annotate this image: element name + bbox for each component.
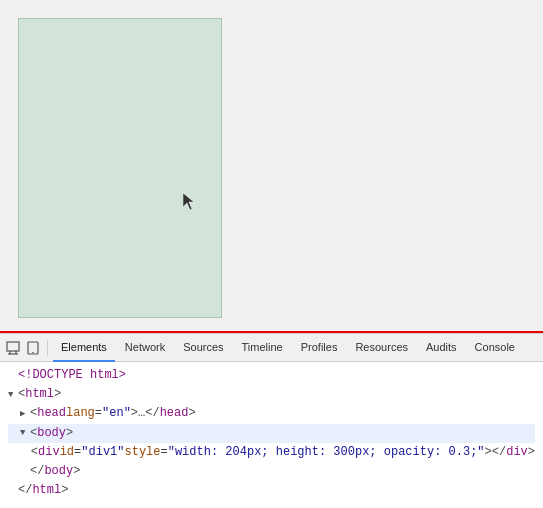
tab-network[interactable]: Network	[117, 334, 173, 362]
toolbar-separator	[47, 340, 48, 356]
expand-arrow-head[interactable]: ▶	[20, 407, 30, 421]
tree-line-html: ▼ <html>	[8, 385, 535, 404]
expand-arrow-div1[interactable]	[24, 445, 31, 459]
devtools-toolbar: Elements Network Sources Timeline Profil…	[0, 334, 543, 362]
tree-line-div1: <div id="div1" style="width: 204px; heig…	[8, 443, 535, 462]
expand-arrow-html[interactable]: ▼	[8, 388, 18, 402]
tab-timeline[interactable]: Timeline	[234, 334, 291, 362]
html-tree[interactable]: <!DOCTYPE html> ▼ <html> ▶ <head lang="e…	[0, 362, 543, 508]
devtools-panel: Elements Network Sources Timeline Profil…	[0, 333, 543, 508]
device-icon[interactable]	[24, 339, 42, 357]
tree-line-doctype: <!DOCTYPE html>	[8, 366, 535, 385]
tree-line-body: ▼ <body>	[8, 424, 535, 443]
expand-arrow-body-close	[20, 464, 30, 478]
expand-arrow-html-close	[8, 484, 18, 498]
tab-audits[interactable]: Audits	[418, 334, 465, 362]
preview-area	[0, 0, 543, 333]
expand-arrow[interactable]	[8, 368, 18, 382]
tab-resources[interactable]: Resources	[347, 334, 416, 362]
tab-console[interactable]: Console	[467, 334, 523, 362]
tab-profiles[interactable]: Profiles	[293, 334, 346, 362]
svg-rect-1	[7, 342, 19, 351]
expand-arrow-body[interactable]: ▼	[20, 426, 30, 440]
tab-elements[interactable]: Elements	[53, 334, 115, 362]
svg-point-6	[32, 351, 34, 353]
tree-line-head: ▶ <head lang="en" >…</head>	[8, 404, 535, 423]
inspect-icon[interactable]	[4, 339, 22, 357]
tab-sources[interactable]: Sources	[175, 334, 231, 362]
tree-line-body-close: </body>	[8, 462, 535, 481]
preview-div	[18, 18, 222, 318]
tree-line-html-close: </html>	[8, 481, 535, 500]
